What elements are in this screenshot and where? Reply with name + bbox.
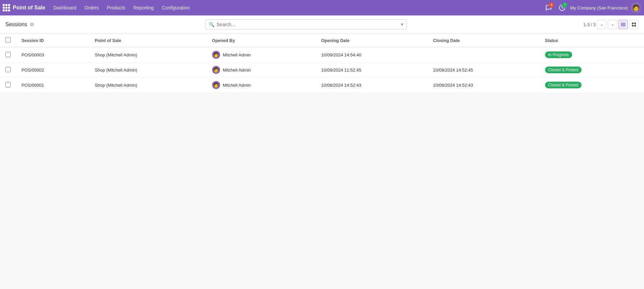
- company-name[interactable]: My Company (San Francisco): [570, 5, 628, 10]
- settings-gear-icon[interactable]: ⚙: [30, 22, 34, 27]
- nav-item-orders[interactable]: Orders: [80, 4, 103, 12]
- table-body: POS/00003 Shop (Mitchell Admin) 🧑 Mitche…: [0, 47, 644, 93]
- pagination-prev-button[interactable]: ‹: [597, 20, 606, 29]
- sessions-table-container: Session ID Point of Sale Opened By Openi…: [0, 34, 644, 93]
- user-thumb: 🧑: [212, 51, 220, 59]
- user-avatar-img: 🧑: [631, 2, 641, 13]
- row-point-of-sale: Shop (Mitchell Admin): [90, 63, 207, 78]
- user-avatar[interactable]: 🧑: [631, 2, 641, 13]
- row-checkbox-cell: [0, 63, 16, 78]
- table-row[interactable]: POS/00001 Shop (Mitchell Admin) 🧑 Mitche…: [0, 78, 644, 93]
- header-checkbox-cell: [0, 34, 16, 47]
- nav-item-dashboard[interactable]: Dashboard: [49, 4, 81, 12]
- row-status: In Progress: [540, 47, 644, 63]
- search-input[interactable]: [205, 19, 407, 30]
- messaging-icon[interactable]: 4: [543, 2, 554, 13]
- pagination: 1-3 / 3 ‹ ›: [583, 20, 639, 29]
- header-opening-date: Opening Date: [316, 34, 428, 47]
- row-closing-date: [428, 47, 539, 63]
- row-session-id: POS/00002: [16, 63, 90, 78]
- status-badge: Closed & Posted: [545, 82, 582, 88]
- nav-item-products[interactable]: Products: [103, 4, 129, 12]
- user-name: Mitchell Admin: [223, 83, 251, 88]
- row-point-of-sale: Shop (Mitchell Admin): [90, 78, 207, 93]
- row-closing-date: 10/09/2024 14:52:45: [428, 63, 539, 78]
- select-all-checkbox[interactable]: [5, 37, 11, 43]
- sessions-bar: Sessions ⚙ 🔍 ▼ 1-3 / 3 ‹ ›: [0, 15, 644, 34]
- app-brand[interactable]: Point of Sale: [3, 4, 45, 11]
- navbar-right: 4 7 My Company (San Francisco) 🧑: [543, 2, 641, 13]
- row-checkbox[interactable]: [5, 82, 11, 87]
- row-opened-by: 🧑 Mitchell Admin: [207, 63, 316, 78]
- search-container: 🔍 ▼: [205, 19, 407, 30]
- header-session-id: Session ID: [16, 34, 90, 47]
- user-name: Mitchell Admin: [223, 68, 251, 73]
- sessions-label: Sessions: [5, 22, 27, 28]
- header-opened-by: Opened By: [207, 34, 316, 47]
- row-checkbox[interactable]: [5, 52, 11, 57]
- row-checkbox[interactable]: [5, 67, 11, 72]
- user-thumb: 🧑: [212, 81, 220, 89]
- row-session-id: POS/00003: [16, 47, 90, 63]
- row-opening-date: 10/09/2024 11:52:45: [316, 63, 428, 78]
- list-view-icon: [621, 23, 626, 26]
- header-point-of-sale: Point of Sale: [90, 34, 207, 47]
- row-checkbox-cell: [0, 47, 16, 63]
- table-row[interactable]: POS/00003 Shop (Mitchell Admin) 🧑 Mitche…: [0, 47, 644, 63]
- row-status: Closed & Posted: [540, 63, 644, 78]
- navbar: Point of Sale Dashboard Orders Products …: [0, 0, 644, 15]
- row-status: Closed & Posted: [540, 78, 644, 93]
- activity-badge: 7: [562, 2, 567, 8]
- apps-grid-icon[interactable]: [3, 4, 10, 11]
- nav-item-configuration[interactable]: Configuration: [158, 4, 194, 12]
- messaging-badge: 4: [549, 2, 554, 8]
- nav-items: Dashboard Orders Products Reporting Conf…: [49, 4, 194, 12]
- header-closing-date: Closing Date: [428, 34, 539, 47]
- table-header: Session ID Point of Sale Opened By Openi…: [0, 34, 644, 47]
- status-badge: In Progress: [545, 51, 572, 58]
- search-icon: 🔍: [209, 22, 214, 27]
- user-thumb: 🧑: [212, 66, 220, 74]
- brand-name: Point of Sale: [13, 5, 45, 11]
- kanban-view-button[interactable]: [629, 20, 639, 29]
- row-point-of-sale: Shop (Mitchell Admin): [90, 47, 207, 63]
- header-status: Status: [540, 34, 644, 47]
- sessions-table: Session ID Point of Sale Opened By Openi…: [0, 34, 644, 93]
- nav-item-reporting[interactable]: Reporting: [129, 4, 158, 12]
- row-closing-date: 10/09/2024 14:52:43: [428, 78, 539, 93]
- user-name: Mitchell Admin: [223, 52, 251, 57]
- row-opening-date: 10/09/2024 14:54:40: [316, 47, 428, 63]
- search-dropdown-icon[interactable]: ▼: [400, 22, 404, 27]
- row-session-id: POS/00001: [16, 78, 90, 93]
- row-opened-by: 🧑 Mitchell Admin: [207, 78, 316, 93]
- pagination-text: 1-3 / 3: [583, 22, 596, 27]
- kanban-view-icon: [632, 23, 636, 27]
- activity-icon[interactable]: 7: [557, 2, 567, 13]
- table-row[interactable]: POS/00002 Shop (Mitchell Admin) 🧑 Mitche…: [0, 63, 644, 78]
- view-toggle: [618, 20, 639, 29]
- status-badge: Closed & Posted: [545, 67, 582, 73]
- row-opening-date: 10/08/2024 14:52:43: [316, 78, 428, 93]
- sessions-title: Sessions ⚙: [5, 22, 34, 28]
- row-opened-by: 🧑 Mitchell Admin: [207, 47, 316, 63]
- list-view-button[interactable]: [618, 20, 628, 29]
- row-checkbox-cell: [0, 78, 16, 93]
- pagination-next-button[interactable]: ›: [608, 20, 617, 29]
